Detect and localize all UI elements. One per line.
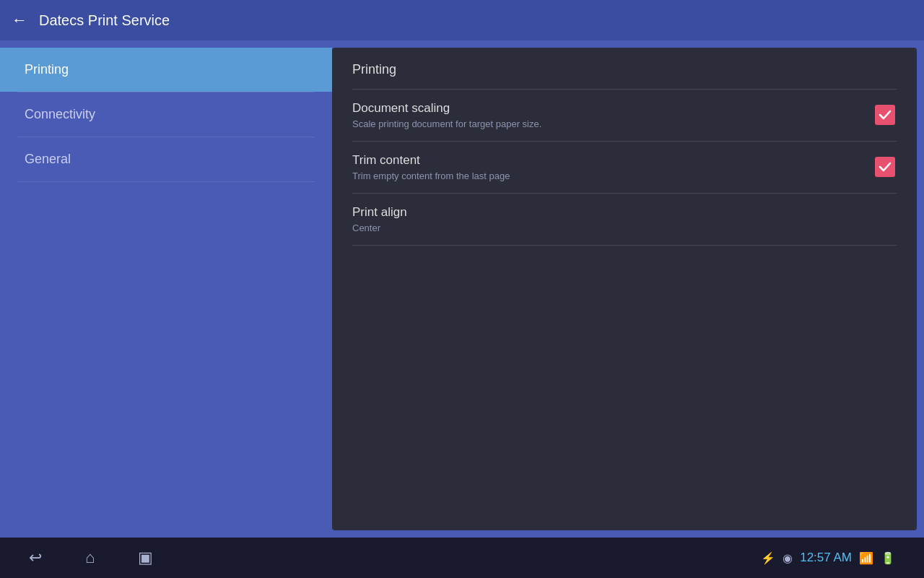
checkbox-document-scaling[interactable] [875,105,897,126]
sidebar: Printing Connectivity General [0,40,332,538]
signal-icon: 📶 [859,551,873,565]
android-icon: ◉ [783,551,793,565]
home-nav-button[interactable]: ⌂ [85,548,95,567]
sidebar-item-printing[interactable]: Printing [0,48,332,92]
section-divider-3 [352,245,897,246]
main-content: Printing Connectivity General Printing D… [0,40,924,538]
recents-nav-button[interactable]: ▣ [138,548,153,567]
nav-icons: ↩ ⌂ ▣ [29,548,153,567]
status-time: 12:57 AM [800,551,852,565]
checkbox-box-document-scaling [875,105,895,125]
setting-row-document-scaling[interactable]: Document scaling Scale printing document… [332,90,917,141]
sidebar-item-connectivity[interactable]: Connectivity [0,92,332,137]
setting-desc-trim-content: Trim empty content from the last page [352,171,510,181]
setting-row-print-align[interactable]: Print align Center [332,194,917,245]
checkbox-box-trim-content [875,157,895,177]
sidebar-divider-3 [17,181,315,182]
usb-icon: ⚡ [761,551,775,565]
sidebar-item-general[interactable]: General [0,137,332,181]
navbar: ↩ ⌂ ▣ ⚡ ◉ 12:57 AM 📶 🔋 [0,538,924,578]
setting-text-document-scaling: Document scaling Scale printing document… [352,101,541,129]
checkmark-icon-trim-content [879,160,892,173]
checkmark-icon-document-scaling [879,108,892,121]
setting-label-print-align: Print align [352,205,407,220]
topbar: ← Datecs Print Service [0,0,924,40]
setting-row-trim-content[interactable]: Trim content Trim empty content from the… [332,142,917,193]
setting-text-trim-content: Trim content Trim empty content from the… [352,153,510,181]
setting-desc-document-scaling: Scale printing document for target paper… [352,118,541,129]
back-nav-button[interactable]: ↩ [29,548,42,567]
setting-value-print-align: Center [352,223,407,233]
content-panel: Printing Document scaling Scale printing… [332,48,917,530]
setting-label-document-scaling: Document scaling [352,101,541,116]
checkbox-trim-content[interactable] [875,157,897,178]
back-button[interactable]: ← [12,11,27,30]
setting-label-trim-content: Trim content [352,153,510,168]
status-bar: ⚡ ◉ 12:57 AM 📶 🔋 [761,551,895,565]
setting-text-print-align: Print align Center [352,205,407,233]
battery-icon: 🔋 [881,551,895,565]
app-title: Datecs Print Service [39,12,170,29]
section-title: Printing [332,48,917,89]
